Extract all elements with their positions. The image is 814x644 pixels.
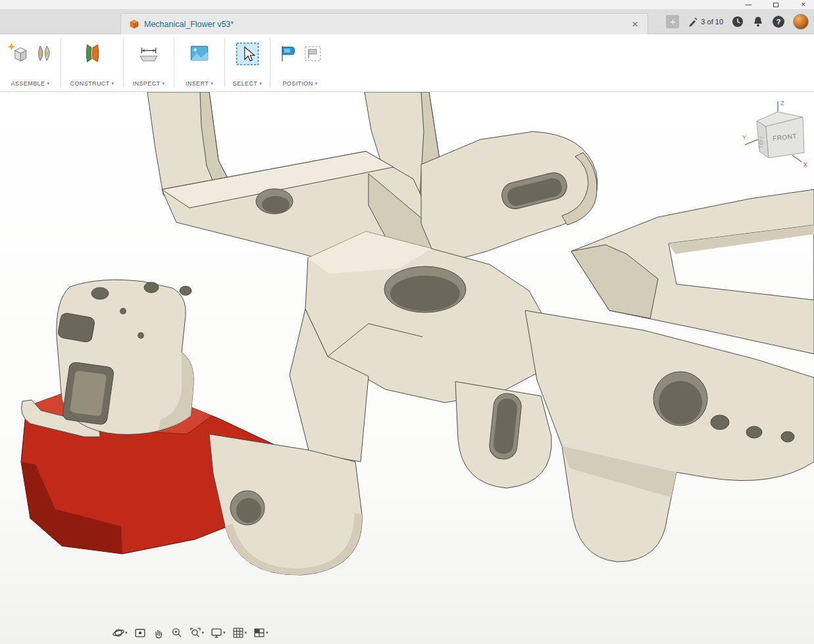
notifications-bell-button[interactable] [752, 16, 764, 28]
inspect-label: INSPECT [133, 80, 161, 87]
orbit-button[interactable]: ▾ [111, 626, 130, 640]
document-cube-icon [129, 19, 140, 30]
construct-plane-button[interactable] [80, 41, 105, 66]
tabbar-actions: + 3 of 10 ? [666, 9, 809, 34]
minimize-icon [746, 5, 751, 5]
help-question-icon: ? [776, 18, 781, 26]
document-title: Mechanical_Flower v53* [144, 20, 234, 29]
construct-label: CONSTRUCT [70, 80, 109, 87]
chevron-down-icon: ▾ [125, 630, 128, 635]
chevron-down-icon: ▾ [266, 630, 268, 635]
x-axis [792, 155, 801, 162]
assemble-menu[interactable]: ASSEMBLE ▾ [11, 80, 50, 87]
user-avatar[interactable] [793, 14, 809, 30]
display-settings-button[interactable]: ▾ [209, 626, 228, 640]
viewports-button[interactable]: ▾ [251, 626, 270, 640]
view-cube[interactable]: FRONT LEFT Z Y X [741, 97, 814, 168]
chevron-down-icon: ▾ [315, 81, 318, 86]
grid-and-snaps-button[interactable]: ▾ [230, 626, 249, 640]
capture-position-button[interactable] [276, 41, 299, 66]
flower-upper-arm-part[interactable] [421, 132, 598, 264]
fit-icon [190, 627, 201, 639]
measure-icon [138, 42, 160, 64]
window-controls: ✕ [744, 0, 807, 9]
viewports-icon [253, 627, 265, 639]
orbit-icon [113, 627, 124, 639]
window-minimize-button[interactable] [744, 1, 752, 8]
chevron-down-icon: ▾ [47, 81, 49, 86]
y-axis-label: Y [742, 134, 746, 141]
recent-activity-clock-button[interactable] [732, 16, 744, 28]
insert-canvas-button[interactable] [187, 41, 212, 66]
display-settings-icon [211, 627, 222, 639]
document-tab[interactable]: Mechanical_Flower v53* ✕ [120, 13, 648, 34]
flower-lower-right-arm-part[interactable] [525, 310, 814, 562]
select-icon [236, 42, 259, 66]
chevron-down-icon: ▾ [259, 81, 262, 86]
flower-lower-clevis-part[interactable] [455, 382, 551, 488]
model-3d[interactable] [0, 92, 814, 644]
revert-position-button[interactable] [301, 41, 324, 66]
construct-menu[interactable]: CONSTRUCT ▾ [70, 80, 114, 87]
x-axis-label: X [803, 161, 807, 168]
view-navigation-bar: ▾ ▾ [111, 624, 270, 642]
window-maximize-button[interactable] [772, 1, 780, 8]
job-status-button[interactable]: 3 of 10 [688, 16, 723, 27]
position-menu[interactable]: POSITION ▾ [282, 80, 317, 87]
servo-bracket-part[interactable] [22, 280, 194, 437]
zoom-button[interactable] [169, 626, 185, 640]
select-menu[interactable]: SELECT ▾ [233, 80, 262, 87]
chevron-down-icon: ▾ [162, 81, 165, 86]
zoom-icon [171, 627, 183, 639]
measure-button[interactable] [136, 41, 161, 66]
job-status-icon [688, 16, 698, 27]
revert-position-icon [302, 42, 323, 64]
fit-button[interactable]: ▾ [188, 626, 207, 640]
job-status-text: 3 of 10 [701, 18, 723, 26]
look-at-button[interactable] [132, 626, 148, 640]
insert-label: INSERT [186, 80, 209, 87]
new-component-button[interactable] [5, 41, 30, 66]
toolbar-group-select: SELECT ▾ [225, 34, 270, 91]
z-axis-label: Z [780, 100, 784, 107]
chevron-down-icon: ▾ [211, 81, 213, 86]
toolbar-group-construct: CONSTRUCT ▾ [61, 34, 123, 91]
window-titlebar: ✕ [0, 0, 814, 9]
insert-menu[interactable]: INSERT ▾ [186, 80, 213, 87]
select-button[interactable] [234, 41, 261, 67]
look-at-icon [134, 627, 146, 639]
position-label: POSITION [282, 80, 313, 87]
chevron-down-icon: ▾ [223, 630, 226, 635]
pan-button[interactable] [151, 626, 166, 640]
chevron-down-icon: ▾ [245, 630, 247, 635]
chevron-down-icon: ▾ [202, 630, 205, 635]
inspect-menu[interactable]: INSPECT ▾ [133, 80, 165, 87]
toolbar-group-inspect: INSPECT ▾ [124, 34, 174, 91]
help-button[interactable]: ? [773, 16, 784, 28]
y-axis [745, 139, 758, 145]
viewport-canvas[interactable]: FRONT LEFT Z Y X ▾ [0, 92, 814, 644]
document-tab-bar: Mechanical_Flower v53* ✕ + 3 of 10 ? [0, 9, 814, 34]
window-close-button[interactable]: ✕ [800, 1, 807, 8]
select-label: SELECT [233, 80, 257, 87]
joint-button[interactable] [32, 41, 55, 66]
pan-icon [153, 627, 165, 639]
toolbar-group-position: POSITION ▾ [270, 34, 330, 91]
capture-position-icon [277, 42, 298, 64]
maximize-icon [773, 3, 778, 7]
tab-close-button[interactable]: ✕ [630, 20, 640, 29]
construct-plane-icon [81, 42, 103, 64]
canvas-image-icon [188, 42, 211, 64]
toolbar-group-assemble: ASSEMBLE ▾ [0, 34, 61, 91]
assemble-label: ASSEMBLE [11, 80, 45, 87]
joint-icon [33, 42, 54, 64]
ribbon-toolbar: ASSEMBLE ▾ CONSTRUCT ▾ [0, 34, 814, 92]
chevron-down-icon: ▾ [112, 81, 114, 86]
new-tab-button[interactable]: + [666, 15, 679, 28]
new-component-icon [7, 42, 29, 64]
toolbar-group-insert: INSERT ▾ [174, 34, 224, 91]
grid-icon [232, 627, 244, 639]
